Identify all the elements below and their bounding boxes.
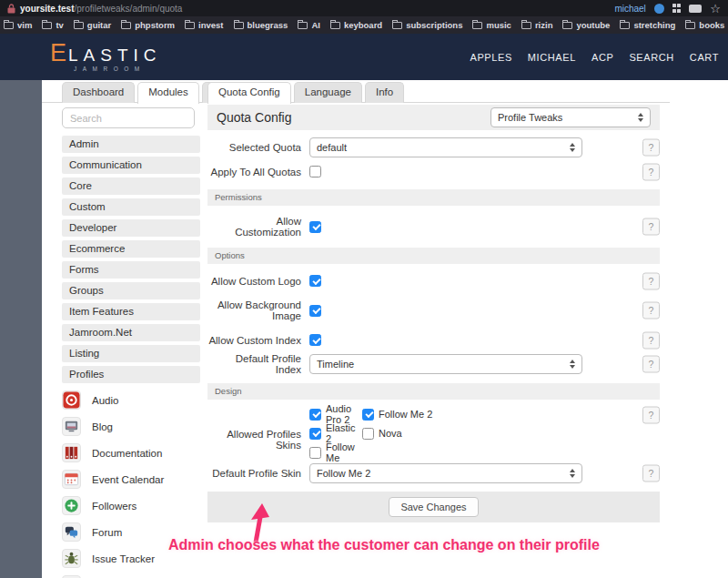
sidebar-item-custom[interactable]: Custom xyxy=(62,198,200,216)
nav-apples[interactable]: APPLES xyxy=(470,52,511,63)
save-changes-button[interactable]: Save Changes xyxy=(389,497,478,517)
extensions-grid-icon[interactable] xyxy=(672,4,682,13)
nav-michael[interactable]: MICHAEL xyxy=(528,52,576,63)
allow-custom-index-checkbox[interactable] xyxy=(309,334,321,346)
tab-modules[interactable]: Modules xyxy=(137,82,198,104)
bookmark-item[interactable]: rizin xyxy=(521,20,553,30)
help-button[interactable]: ? xyxy=(642,163,660,180)
module-item-event-calendar[interactable]: Event Calendar xyxy=(62,466,200,492)
left-gray-strip xyxy=(0,80,42,578)
bookmark-item[interactable]: subscriptions xyxy=(392,20,462,30)
module-item-audio[interactable]: Audio xyxy=(62,387,200,413)
allow-custom-logo-row: Allow Custom Logo ? xyxy=(207,275,660,287)
form-footer: Save Changes xyxy=(207,492,660,522)
tab-quota-config[interactable]: Quota Config xyxy=(207,82,291,104)
help-button[interactable]: ? xyxy=(642,356,660,373)
bookmark-item[interactable]: tv xyxy=(42,20,63,30)
allowed-skins-grid: Audio Pro 2 Follow Me 2 Elastic 2 Nova F… xyxy=(309,406,432,459)
help-button[interactable]: ? xyxy=(642,407,660,424)
module-item-followers[interactable]: Followers xyxy=(62,492,200,519)
window-icon[interactable] xyxy=(689,5,702,13)
sidebar-item-ecommerce[interactable]: Ecommerce xyxy=(62,240,200,258)
sidebar-item-core[interactable]: Core xyxy=(62,177,200,195)
quota-config-panel: Quota Config Profile Tweaks Selected Quo… xyxy=(207,105,660,522)
folder-icon xyxy=(521,22,531,29)
config-tab-group: Quota Config Language Info xyxy=(207,82,404,104)
tab-strip: Dashboard Modules Skins Quota Config Lan… xyxy=(42,82,670,103)
audio-icon xyxy=(62,390,81,410)
bookmark-item[interactable]: invest xyxy=(185,20,223,30)
sidebar-item-communication[interactable]: Communication xyxy=(62,157,200,174)
sidebar-item-listing[interactable]: Listing xyxy=(62,345,200,362)
allow-background-image-checkbox[interactable] xyxy=(309,305,321,317)
module-item-partial[interactable] xyxy=(62,572,200,578)
sidebar-item-groups[interactable]: Groups xyxy=(62,282,200,299)
allowed-skins-row: Allowed Profiles Skins Audio Pro 2 Follo… xyxy=(207,406,660,459)
help-button[interactable]: ? xyxy=(642,218,660,236)
bookmark-item[interactable]: AI xyxy=(298,20,320,30)
module-item-blog[interactable]: Blog xyxy=(62,413,200,440)
help-button[interactable]: ? xyxy=(642,302,660,319)
sidebar-item-admin[interactable]: Admin xyxy=(62,136,200,153)
sidebar-item-forms[interactable]: Forms xyxy=(62,261,200,279)
sidebar-item-developer[interactable]: Developer xyxy=(62,219,200,237)
selected-quota-select[interactable]: default xyxy=(309,137,582,157)
select-arrows-icon xyxy=(570,143,575,152)
followers-icon xyxy=(62,496,81,515)
url-path[interactable]: /profiletweaks/admin/quota xyxy=(74,4,182,14)
bookmark-item[interactable]: phpstorm xyxy=(121,20,175,30)
skin-audio-pro-2-checkbox[interactable] xyxy=(309,409,321,421)
bug-icon xyxy=(62,549,81,568)
default-profile-index-row: Default Profile Index Timeline ? xyxy=(207,353,660,375)
default-profile-skin-select[interactable]: Follow Me 2 xyxy=(309,463,582,483)
module-item-documentation[interactable]: Documentation xyxy=(62,440,200,466)
bookmark-item[interactable]: music xyxy=(472,20,511,30)
url-host[interactable]: yoursite.test xyxy=(20,4,74,14)
selected-quota-row: Selected Quota default ? xyxy=(207,137,660,157)
annotation-text: Admin chooses what the customer can chan… xyxy=(168,537,600,553)
tab-language[interactable]: Language xyxy=(294,82,362,103)
allow-custom-logo-checkbox[interactable] xyxy=(309,275,321,287)
apply-all-checkbox[interactable] xyxy=(309,166,321,177)
bookmark-item[interactable]: keyboard xyxy=(330,20,382,30)
help-button[interactable]: ? xyxy=(642,465,660,482)
tab-info[interactable]: Info xyxy=(365,82,404,103)
bookmark-star-icon[interactable]: ☆ xyxy=(710,3,721,15)
tab-dashboard[interactable]: Dashboard xyxy=(62,82,135,103)
bookmark-item[interactable]: vim xyxy=(4,20,32,30)
skin-nova-checkbox[interactable] xyxy=(362,428,374,440)
default-profile-index-select[interactable]: Timeline xyxy=(309,354,582,374)
search-input[interactable] xyxy=(62,107,195,128)
bookmark-item[interactable]: youtube xyxy=(562,20,610,30)
skin-follow-me-checkbox[interactable] xyxy=(309,447,321,459)
skin-option-follow-me-2: Follow Me 2 xyxy=(362,408,432,421)
skin-elastic-2-checkbox[interactable] xyxy=(309,428,321,440)
folder-icon xyxy=(42,22,52,29)
skin-follow-me-2-checkbox[interactable] xyxy=(362,409,374,421)
nav-acp[interactable]: ACP xyxy=(592,52,613,63)
help-button[interactable]: ? xyxy=(642,139,660,157)
nav-search[interactable]: SEARCH xyxy=(629,52,673,63)
bookmark-item[interactable]: books xyxy=(685,20,724,30)
sidebar-item-item-features[interactable]: Item Features xyxy=(62,303,200,320)
blog-icon xyxy=(62,417,81,436)
section-options: Options xyxy=(207,248,660,264)
content-header: Quota Config Profile Tweaks xyxy=(207,105,660,130)
bookmark-item[interactable]: stretching xyxy=(620,20,675,30)
allow-customization-checkbox[interactable] xyxy=(309,221,321,233)
sidebar-item-profiles[interactable]: Profiles xyxy=(62,366,200,383)
browser-url-bar: yoursite.test/profiletweaks/admin/quota … xyxy=(0,0,728,16)
help-button[interactable]: ? xyxy=(642,331,660,349)
apply-all-row: Apply To All Quotas ? xyxy=(207,166,660,177)
nav-cart[interactable]: CART xyxy=(690,52,719,63)
tweaks-select[interactable]: Profile Tweaks xyxy=(490,107,651,127)
skin-option-follow-me: Follow Me xyxy=(309,446,362,459)
profile-sync-badge-icon[interactable] xyxy=(654,4,664,14)
bookmark-item[interactable]: bluegrass xyxy=(234,20,288,30)
bookmark-item[interactable]: guitar xyxy=(74,20,111,30)
help-button[interactable]: ? xyxy=(642,272,660,289)
sidebar-item-jamroom-net[interactable]: Jamroom.Net xyxy=(62,324,200,341)
browser-profile-name[interactable]: michael xyxy=(614,4,645,14)
elastic-logo[interactable]: E LASTIC JAMROOM xyxy=(50,41,162,73)
skin-option-nova: Nova xyxy=(362,427,432,440)
